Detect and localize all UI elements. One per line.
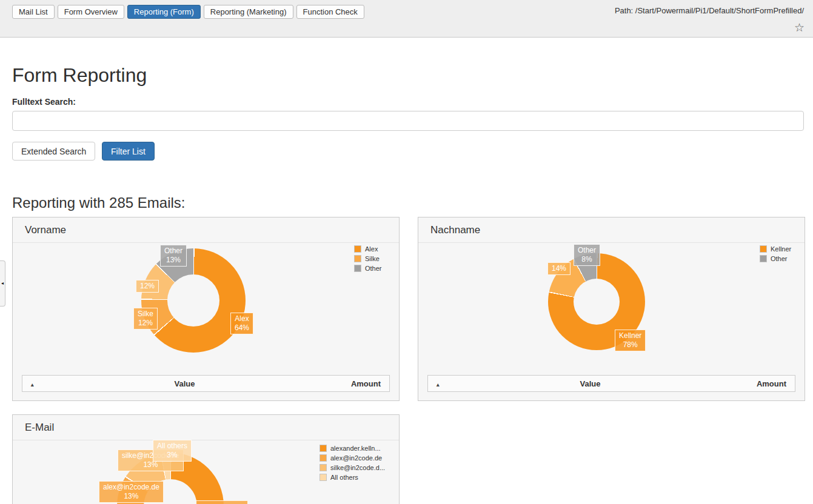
slice-label-blank: 12% <box>136 280 159 293</box>
sort-asc-icon: ▴ <box>437 382 440 388</box>
slice-label-kellner: Kellner 78% <box>615 330 646 351</box>
slice-label-pct: 3% <box>157 451 187 460</box>
donut-hole <box>574 279 620 325</box>
slice-label-name: alex@in2code.de <box>103 483 159 492</box>
fulltext-search-label: Fulltext Search: <box>12 97 76 107</box>
module-tabs: Mail List Form Overview Reporting (Form)… <box>12 5 364 19</box>
legend-label: alexander.kelln... <box>330 445 381 452</box>
tab-mail-list[interactable]: Mail List <box>12 5 55 19</box>
donut-chart-vorname <box>141 248 246 353</box>
slice-label-alex: Alex 64% <box>230 313 253 334</box>
legend-label: alex@in2code.de <box>330 454 382 462</box>
slice-label-other: Other 8% <box>574 244 600 266</box>
panel-title: Vorname <box>13 217 399 243</box>
amount-column-header[interactable]: Amount <box>310 379 389 388</box>
legend-swatch-icon <box>760 245 767 253</box>
slice-label-name: Other <box>164 247 182 256</box>
fulltext-search-input[interactable] <box>12 111 804 131</box>
legend-item: Kellner <box>760 244 791 254</box>
panel-nachname: Nachname Kellner Other Other 8% 14% Kell… <box>418 217 805 401</box>
reporting-heading: Reporting with 285 Emails: <box>12 194 185 211</box>
favorite-star-icon[interactable]: ☆ <box>794 21 805 35</box>
slice-label-alex-email: alex@in2code.de 13% <box>99 481 164 503</box>
legend-swatch-icon <box>320 464 327 471</box>
top-bar: Mail List Form Overview Reporting (Form)… <box>0 0 813 38</box>
slice-label-name: Kellner <box>619 331 641 340</box>
legend-item: Alex <box>354 244 382 254</box>
chart-legend: Kellner Other <box>760 244 791 264</box>
chart-legend: alexander.kelln... alex@in2code.de silke… <box>320 443 385 482</box>
panel-title: E-Mail <box>13 415 399 440</box>
tab-function-check[interactable]: Function Check <box>296 5 364 19</box>
legend-swatch-icon <box>320 445 327 452</box>
panel-email: E-Mail alexander.kelln... alex@in2code.d… <box>12 414 400 504</box>
legend-swatch-icon <box>354 255 361 262</box>
sort-column-header[interactable]: ▴ <box>428 379 464 388</box>
slice-label-pct: 8% <box>578 255 596 264</box>
donut-hole <box>167 274 219 327</box>
slice-label-pct: 14% <box>552 264 566 273</box>
legend-swatch-icon <box>320 474 327 481</box>
legend-item: alex@in2code.de <box>320 453 385 463</box>
tab-reporting-marketing[interactable]: Reporting (Marketing) <box>204 5 293 19</box>
value-column-header[interactable]: Value <box>464 379 716 388</box>
legend-swatch-icon <box>760 255 767 262</box>
slice-label-pct: 12% <box>140 282 155 291</box>
legend-label: silke@in2code.d... <box>330 464 385 471</box>
slice-label-name: Silke <box>138 310 153 319</box>
slice-label-name: All others <box>157 442 187 451</box>
amount-column-header[interactable]: Amount <box>716 379 795 388</box>
slice-label-other: Other 13% <box>160 245 187 267</box>
filter-list-button[interactable]: Filter List <box>102 142 155 161</box>
tab-reporting-form[interactable]: Reporting (Form) <box>127 5 201 19</box>
value-column-header[interactable]: Value <box>59 379 310 388</box>
tab-form-overview[interactable]: Form Overview <box>58 5 124 19</box>
slice-label-pct: 78% <box>619 340 641 350</box>
sort-column-header[interactable]: ▴ <box>22 379 59 388</box>
slice-label-blank: 14% <box>547 262 570 275</box>
legend-item: Silke <box>354 254 382 264</box>
slice-label-pct: 13% <box>122 460 179 469</box>
legend-item: All others <box>320 472 385 482</box>
slice-label-name: Alex <box>235 314 249 323</box>
legend-label: Other <box>365 265 382 272</box>
legend-label: Kellner <box>771 245 791 253</box>
legend-swatch-icon <box>320 454 327 462</box>
legend-label: Silke <box>365 255 380 262</box>
page-title: Form Reporting <box>12 64 147 87</box>
legend-swatch-icon <box>354 245 361 253</box>
legend-item: Other <box>354 264 382 273</box>
legend-label: Alex <box>365 245 378 253</box>
legend-item: alexander.kelln... <box>320 443 385 453</box>
slice-label-pct: 64% <box>235 323 249 333</box>
results-table-header: ▴ Value Amount <box>22 375 390 392</box>
legend-label: Other <box>771 255 788 262</box>
sidebar-collapse-handle[interactable]: ◂ <box>0 260 5 307</box>
legend-label: All others <box>330 474 358 481</box>
slice-label-clipped <box>196 500 248 504</box>
breadcrumb-path: Path: /Start/Powermail/Pi1/Default/Short… <box>615 6 804 15</box>
results-table-header: ▴ Value Amount <box>427 375 795 392</box>
slice-label-pct: 13% <box>164 256 182 265</box>
chart-legend: Alex Silke Other <box>354 244 382 273</box>
slice-label-silke: Silke 12% <box>133 308 158 330</box>
panel-vorname: Vorname Alex Silke Other Other 13% 12% S… <box>12 217 400 401</box>
collapse-arrow-icon: ◂ <box>1 281 4 286</box>
slice-label-all-others: All others 3% <box>153 440 192 462</box>
extended-search-button[interactable]: Extended Search <box>12 142 95 161</box>
legend-swatch-icon <box>354 265 361 272</box>
slice-label-name: Other <box>578 246 596 255</box>
panel-title: Nachname <box>418 217 805 243</box>
sort-asc-icon: ▴ <box>31 382 34 388</box>
slice-label-pct: 12% <box>138 319 153 328</box>
legend-item: Other <box>760 254 791 264</box>
slice-label-pct: 13% <box>103 492 159 501</box>
legend-item: silke@in2code.d... <box>320 463 385 472</box>
